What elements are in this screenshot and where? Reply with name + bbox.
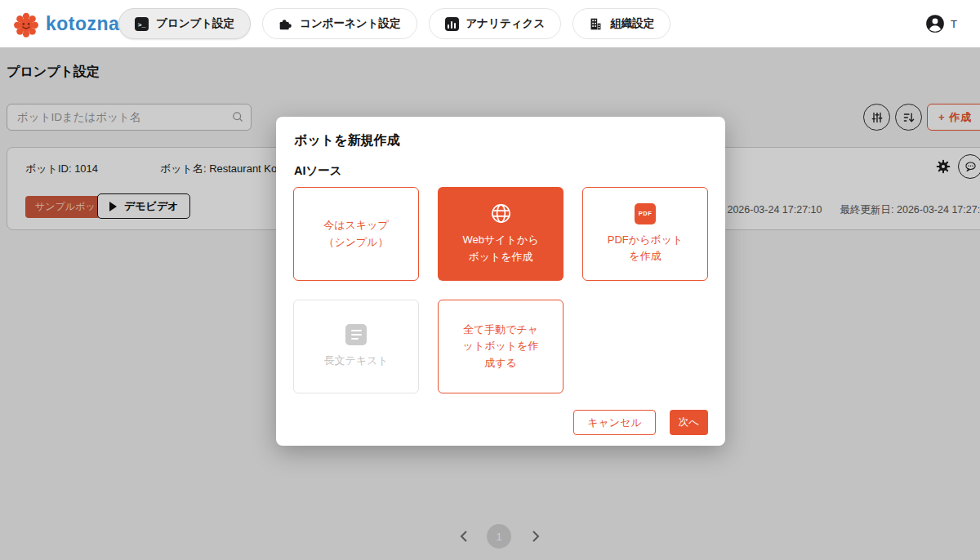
tab-organization-settings[interactable]: 組織設定 bbox=[572, 8, 670, 39]
ai-source-heading: AIソース bbox=[294, 163, 342, 179]
tab-component-settings[interactable]: コンポーネント設定 bbox=[262, 8, 416, 39]
option-long-text: 長文テキスト bbox=[293, 300, 419, 393]
option-label: 今はスキップ （シンプル） bbox=[323, 217, 389, 250]
bar-chart-icon bbox=[445, 17, 459, 31]
tab-label: 組織設定 bbox=[610, 16, 654, 31]
option-label: 全て手動でチャ ットボットを作 成する bbox=[463, 322, 539, 371]
ai-source-options: 今はスキップ （シンプル） Webサイトから ボットを作成 PDF PDFからボ… bbox=[293, 187, 708, 393]
tab-label: プロンプト設定 bbox=[156, 16, 234, 31]
modal-title: ボットを新規作成 bbox=[294, 132, 400, 149]
tab-label: コンポーネント設定 bbox=[300, 16, 400, 31]
globe-icon bbox=[490, 202, 512, 224]
option-skip-simple[interactable]: 今はスキップ （シンプル） bbox=[293, 187, 419, 281]
modal-footer: キャンセル 次へ bbox=[573, 410, 708, 435]
account-button[interactable]: T bbox=[924, 13, 957, 34]
kotozna-logo[interactable]: kotozna bbox=[11, 8, 119, 39]
document-icon bbox=[345, 324, 367, 345]
main-nav: >_ プロンプト設定 コンポーネント設定 アナリティクス bbox=[118, 8, 670, 39]
tab-label: アナリティクス bbox=[466, 16, 546, 31]
account-label: T bbox=[951, 18, 957, 30]
option-label: Webサイトから ボットを作成 bbox=[462, 232, 538, 264]
option-manual-chatbot[interactable]: 全て手動でチャ ットボットを作 成する bbox=[438, 300, 564, 393]
option-from-website[interactable]: Webサイトから ボットを作成 bbox=[438, 187, 564, 281]
app-header: kotozna >_ プロンプト設定 コンポーネント設定 アナリティクス bbox=[0, 0, 980, 47]
tab-analytics[interactable]: アナリティクス bbox=[429, 8, 562, 39]
option-label: PDFからボット を作成 bbox=[608, 232, 684, 264]
user-icon bbox=[924, 13, 946, 34]
cancel-button[interactable]: キャンセル bbox=[573, 410, 656, 435]
tab-prompt-settings[interactable]: >_ プロンプト設定 bbox=[118, 8, 251, 39]
pdf-icon: PDF bbox=[635, 203, 656, 224]
option-from-pdf[interactable]: PDF PDFからボット を作成 bbox=[582, 187, 708, 281]
logo-wordmark: kotozna bbox=[46, 13, 119, 35]
building-icon bbox=[589, 17, 603, 31]
create-bot-modal: ボットを新規作成 AIソース 今はスキップ （シンプル） Webサイトから ボッ… bbox=[276, 117, 725, 446]
puzzle-icon bbox=[278, 17, 292, 31]
next-button[interactable]: 次へ bbox=[670, 410, 708, 435]
option-label: 長文テキスト bbox=[323, 353, 388, 369]
terminal-icon: >_ bbox=[135, 17, 149, 31]
mascot-icon bbox=[11, 8, 41, 39]
